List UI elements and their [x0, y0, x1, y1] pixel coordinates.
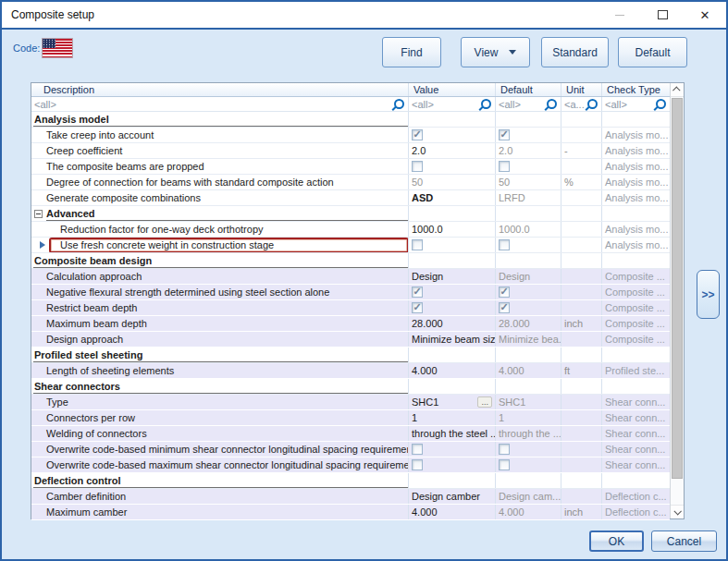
value-cell[interactable]: Design camber — [409, 489, 496, 504]
find-button[interactable]: Find — [382, 37, 441, 67]
value-cell[interactable] — [409, 253, 496, 268]
filter-unit[interactable]: <a... — [561, 97, 602, 111]
checkbox-checked[interactable] — [412, 302, 423, 313]
filter-default[interactable]: <all> — [496, 97, 561, 111]
checkbox-checked[interactable] — [412, 129, 423, 140]
checktype-cell — [602, 379, 670, 394]
value-cell[interactable] — [409, 457, 496, 472]
vertical-scrollbar[interactable] — [670, 83, 684, 518]
value-cell[interactable] — [409, 442, 496, 457]
flag-canton — [43, 39, 56, 48]
table-row[interactable]: Creep coefficient2.02.0-Analysis mo... — [31, 143, 670, 159]
value-cell[interactable] — [409, 128, 496, 142]
value-cell[interactable]: 1 — [409, 410, 496, 425]
column-header-description[interactable]: Description — [31, 83, 409, 96]
column-header-checktype[interactable]: Check Type — [602, 83, 670, 96]
close-button[interactable]: ✕ — [690, 2, 720, 28]
group-row[interactable]: Shear connectors — [31, 379, 670, 395]
value-cell[interactable]: 4.000 — [409, 363, 496, 378]
value-cell[interactable]: Minimize beam size — [409, 332, 496, 347]
standard-button[interactable]: Standard — [541, 37, 609, 67]
value-cell[interactable]: through the steel ... — [409, 426, 496, 441]
column-header-unit[interactable]: Unit — [561, 83, 602, 96]
column-header-value[interactable]: Value — [409, 83, 496, 96]
value-cell[interactable]: Design — [409, 269, 496, 284]
search-icon[interactable] — [547, 99, 557, 109]
checkbox-unchecked[interactable] — [412, 459, 423, 470]
checkbox-checked[interactable] — [412, 287, 423, 298]
table-row[interactable]: Welding of connectorsthrough the steel .… — [31, 426, 670, 442]
view-button[interactable]: View — [461, 37, 530, 67]
table-row[interactable]: Calculation approachDesignDesignComposit… — [31, 269, 670, 285]
checktype-cell: Shear conn... — [602, 395, 670, 409]
table-row[interactable]: Use fresh concrete weight in constructio… — [31, 238, 670, 253]
ok-button[interactable]: OK — [589, 531, 644, 552]
checkbox-unchecked[interactable] — [412, 444, 423, 455]
scroll-down-button[interactable] — [671, 505, 684, 518]
value-cell[interactable] — [409, 473, 496, 488]
maximize-button[interactable] — [648, 2, 677, 28]
minimize-button[interactable] — [605, 2, 635, 28]
table-row[interactable]: Negative flexural strength determined us… — [31, 285, 670, 300]
group-row[interactable]: Analysis model — [31, 112, 670, 128]
table-row[interactable]: Camber definitionDesign camberDesign cam… — [31, 489, 670, 505]
table-row[interactable]: Restrict beam depthComposite ... — [31, 300, 670, 316]
search-icon[interactable] — [587, 99, 598, 109]
table-row[interactable]: Degree of connection for beams with stan… — [31, 175, 670, 190]
table-row[interactable]: Overwrite code-based minimum shear conne… — [31, 442, 670, 457]
table-row[interactable]: Connectors per row11Shear conn... — [31, 410, 670, 426]
search-icon[interactable] — [394, 99, 404, 109]
row-description: Take creep into account — [31, 128, 409, 142]
value-cell[interactable] — [409, 159, 496, 174]
table-row[interactable]: Overwrite code-based maximum shear conne… — [31, 457, 670, 473]
table-row[interactable]: TypeSHC1...SHC1Shear conn... — [31, 395, 670, 410]
group-row[interactable]: Profiled steel sheeting — [31, 348, 670, 363]
value-cell[interactable]: 4.000 — [409, 505, 496, 519]
value-cell[interactable]: 1000.0 — [409, 222, 496, 237]
expand-panel-button[interactable]: >> — [697, 270, 720, 319]
chevron-down-icon — [673, 507, 681, 515]
value-cell[interactable]: 50 — [409, 175, 496, 189]
column-header-default[interactable]: Default — [496, 83, 561, 96]
table-row[interactable]: Length of sheeting elements4.0004.000ftP… — [31, 363, 670, 379]
table-row[interactable]: Maximum beam depth28.00028.000inchCompos… — [31, 316, 670, 332]
group-row[interactable]: Composite beam design — [31, 253, 670, 269]
default-button[interactable]: Default — [618, 37, 687, 67]
filter-description[interactable]: <all> — [31, 97, 409, 111]
table-row[interactable]: The composite beams are proppedAnalysis … — [31, 159, 670, 175]
collapse-expander-icon[interactable] — [34, 210, 43, 218]
value-cell[interactable]: ASD — [409, 190, 496, 205]
table-row[interactable]: Design approachMinimize beam sizeMinimiz… — [31, 332, 670, 348]
filter-checktype[interactable]: <all> — [602, 97, 670, 111]
filter-value[interactable]: <all> — [409, 97, 496, 111]
checktype-text: Analysis mo... — [605, 145, 668, 156]
checkbox-unchecked[interactable] — [412, 161, 423, 172]
value-cell[interactable] — [409, 112, 496, 127]
value-cell[interactable]: 2.0 — [409, 143, 496, 158]
value-cell[interactable]: 28.000 — [409, 316, 496, 331]
cancel-button[interactable]: Cancel — [651, 531, 717, 552]
value-cell[interactable] — [409, 348, 496, 362]
group-row[interactable]: Deflection control — [31, 473, 670, 489]
search-icon[interactable] — [481, 99, 491, 109]
table-row[interactable]: Take creep into accountAnalysis mo... — [31, 128, 670, 143]
value-cell[interactable] — [409, 206, 496, 221]
row-label: Type — [46, 396, 68, 408]
table-row[interactable]: Generate composite combinationsASDLRFDAn… — [31, 190, 670, 206]
value-cell[interactable] — [409, 285, 496, 299]
table-row[interactable]: Maximum camber4.0004.000inchDeflection c… — [31, 505, 670, 520]
group-row[interactable]: Advanced — [31, 206, 670, 222]
checkbox-unchecked[interactable] — [412, 239, 423, 250]
scroll-up-button[interactable] — [671, 83, 684, 97]
scrollbar-thumb[interactable] — [672, 98, 683, 479]
value-cell[interactable] — [409, 300, 496, 315]
value-cell[interactable]: SHC1... — [409, 395, 496, 409]
browse-button[interactable]: ... — [477, 396, 492, 408]
value-cell[interactable] — [409, 238, 496, 252]
table-row[interactable]: Reduction factor for one-way deck orthot… — [31, 222, 670, 238]
checkbox-checked — [499, 302, 510, 313]
value-cell[interactable] — [409, 379, 496, 394]
checktype-text: Analysis mo... — [605, 177, 668, 188]
unit-cell — [561, 190, 602, 205]
search-icon[interactable] — [656, 99, 666, 109]
